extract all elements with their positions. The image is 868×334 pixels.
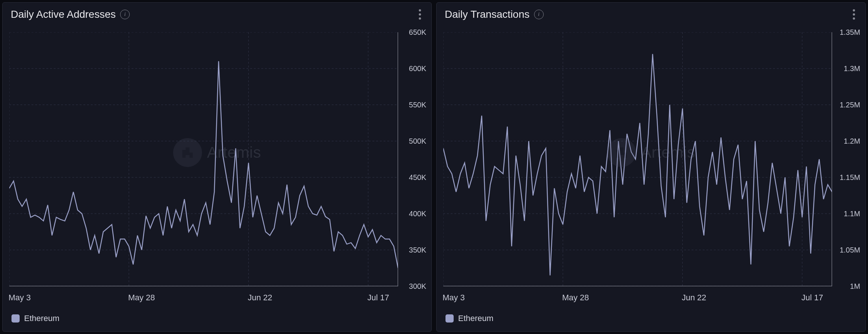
x-tick-label: Jul 17 bbox=[801, 293, 823, 303]
panel-title: Daily Transactions bbox=[445, 9, 530, 20]
panel-title-group: Daily Active Addresses i bbox=[11, 9, 130, 20]
x-axis-labels: May 3May 28Jun 22Jul 17 bbox=[9, 291, 398, 308]
info-icon[interactable]: i bbox=[534, 10, 544, 19]
kebab-menu-icon[interactable] bbox=[417, 7, 423, 22]
chart-panel-daily-transactions: Daily Transactions i Artemis 1M1.05M1.1M… bbox=[436, 2, 866, 332]
y-tick-label: 1.3M bbox=[844, 64, 860, 73]
legend[interactable]: Ethereum bbox=[3, 308, 431, 331]
y-tick-label: 1.35M bbox=[839, 28, 860, 37]
y-tick-label: 600K bbox=[409, 64, 426, 73]
chart-svg[interactable] bbox=[443, 32, 832, 286]
legend-label: Ethereum bbox=[458, 314, 493, 323]
chart-area[interactable]: Artemis 1M1.05M1.1M1.15M1.2M1.25M1.3M1.3… bbox=[437, 25, 865, 291]
panel-title: Daily Active Addresses bbox=[11, 9, 116, 20]
x-axis-labels: May 3May 28Jun 22Jul 17 bbox=[443, 291, 832, 308]
chart-svg[interactable] bbox=[9, 32, 398, 286]
y-tick-label: 1M bbox=[850, 282, 860, 291]
panel-header: Daily Active Addresses i bbox=[3, 3, 431, 25]
y-tick-label: 650K bbox=[409, 28, 426, 37]
y-tick-label: 1.1M bbox=[844, 210, 860, 218]
legend[interactable]: Ethereum bbox=[437, 308, 865, 331]
legend-swatch bbox=[445, 314, 454, 323]
legend-label: Ethereum bbox=[24, 314, 59, 323]
x-tick-label: May 3 bbox=[443, 293, 465, 303]
x-tick-label: Jun 22 bbox=[682, 293, 706, 303]
kebab-menu-icon[interactable] bbox=[851, 7, 857, 22]
chart-panel-daily-active-addresses: Daily Active Addresses i Artemis 300K350… bbox=[2, 2, 432, 332]
y-tick-label: 1.15M bbox=[839, 173, 860, 182]
y-tick-label: 500K bbox=[409, 137, 426, 146]
info-icon[interactable]: i bbox=[120, 10, 130, 19]
x-tick-label: Jul 17 bbox=[367, 293, 389, 303]
panel-header: Daily Transactions i bbox=[437, 3, 865, 25]
chart-area[interactable]: Artemis 300K350K400K450K500K550K600K650K bbox=[3, 25, 431, 291]
x-tick-label: Jun 22 bbox=[248, 293, 272, 303]
y-tick-label: 400K bbox=[409, 210, 426, 218]
y-tick-label: 550K bbox=[409, 101, 426, 109]
y-tick-label: 1.2M bbox=[844, 137, 860, 146]
x-tick-label: May 3 bbox=[9, 293, 31, 303]
legend-swatch bbox=[11, 314, 20, 323]
panel-title-group: Daily Transactions i bbox=[445, 9, 544, 20]
y-tick-label: 1.05M bbox=[839, 246, 860, 254]
y-tick-label: 350K bbox=[409, 246, 426, 254]
x-tick-label: May 28 bbox=[562, 293, 589, 303]
y-tick-label: 1.25M bbox=[839, 101, 860, 109]
y-tick-label: 450K bbox=[409, 173, 426, 182]
x-tick-label: May 28 bbox=[128, 293, 155, 303]
y-tick-label: 300K bbox=[409, 282, 426, 291]
